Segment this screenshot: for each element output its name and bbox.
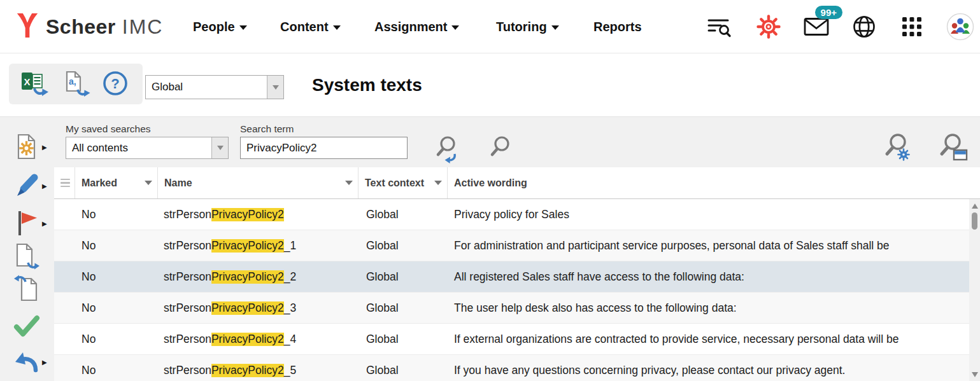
column-header-text-context[interactable]: Text context — [359, 167, 448, 198]
chevron-down-icon — [273, 85, 279, 90]
context-select[interactable]: Global — [145, 75, 284, 99]
marked-cell: No — [75, 230, 158, 261]
chevron-down-icon — [451, 25, 459, 30]
column-header-marked[interactable]: Marked — [75, 167, 158, 198]
marked-cell: No — [75, 324, 158, 354]
text-context-cell: Global — [359, 199, 448, 230]
export-page-icon[interactable] — [13, 242, 41, 270]
row-menu-header-cell[interactable] — [54, 167, 75, 198]
excel-export-icon[interactable]: X — [20, 70, 50, 100]
help-icon[interactable]: ? — [102, 70, 129, 99]
chevron-down-icon — [333, 25, 341, 30]
new-item-flyout-arrow[interactable]: ▶ — [42, 144, 47, 151]
column-header-name[interactable]: Name — [158, 167, 359, 198]
table-row[interactable]: NostrPersonPrivacyPolicy2GlobalPrivacy p… — [54, 199, 969, 230]
column-header-marked-label: Marked — [82, 177, 117, 189]
table-row[interactable]: NostrPersonPrivacyPolicy2_4GlobalIf exte… — [54, 324, 969, 355]
search-term-highlight: PrivacyPolicy2 — [211, 239, 284, 253]
search-settings-icon[interactable] — [884, 132, 913, 165]
marked-cell: No — [75, 261, 158, 292]
name-cell: strPersonPrivacyPolicy2_1 — [158, 230, 359, 261]
search-term-highlight: PrivacyPolicy2 — [211, 364, 284, 377]
text-context-cell: Global — [359, 324, 448, 354]
context-select-arrow-button[interactable] — [267, 76, 283, 99]
search-term-input[interactable] — [240, 137, 408, 159]
flag-icon[interactable] — [13, 209, 41, 237]
brand-scheer: Scheer — [46, 15, 116, 39]
scrollbar-thumb[interactable] — [972, 212, 977, 230]
name-cell: strPersonPrivacyPolicy2_4 — [158, 324, 359, 354]
messages-envelope-icon[interactable]: 99+ — [802, 0, 831, 53]
nav-tutoring[interactable]: Tutoring — [496, 0, 559, 53]
vertical-scrollbar[interactable] — [969, 199, 980, 381]
system-texts-table: Marked Name Text context Active wording … — [54, 167, 980, 381]
search-icon[interactable] — [489, 135, 513, 163]
edit-flyout-arrow[interactable]: ▶ — [42, 183, 47, 190]
search-window-icon[interactable] — [939, 132, 969, 165]
table-row[interactable]: NostrPersonPrivacyPolicy2_5GlobalIf you … — [54, 355, 969, 381]
edit-pencil-icon[interactable] — [13, 172, 41, 200]
scroll-down-button[interactable] — [969, 369, 980, 380]
filter-dropdown-icon[interactable] — [434, 181, 442, 185]
saved-searches-arrow-button[interactable] — [211, 137, 228, 158]
active-wording-cell: If external organizations are contracted… — [448, 324, 969, 354]
column-header-active-wording[interactable]: Active wording — [448, 167, 980, 198]
marked-cell: No — [75, 355, 158, 381]
name-cell: strPersonPrivacyPolicy2_3 — [158, 293, 359, 323]
apps-grid-icon[interactable] — [897, 0, 927, 53]
filter-search-icon[interactable] — [705, 0, 734, 53]
confirm-check-icon[interactable] — [13, 312, 41, 340]
text-export-icon[interactable]: a, — [62, 70, 90, 100]
filter-dropdown-icon[interactable] — [345, 181, 353, 185]
filter-dropdown-icon[interactable] — [145, 181, 152, 185]
search-term-highlight: PrivacyPolicy2 — [211, 333, 284, 346]
brand-logo[interactable]: Scheer IMC — [15, 0, 163, 53]
search-term-label: Search term — [240, 123, 294, 135]
row-drag-cell — [54, 355, 75, 381]
marked-cell: No — [75, 293, 158, 323]
import-page-icon[interactable] — [13, 274, 41, 302]
nav-reports-label: Reports — [593, 20, 642, 34]
saved-searches-label: My saved searches — [66, 123, 151, 135]
scroll-up-button[interactable] — [969, 200, 980, 211]
table-header: Marked Name Text context Active wording — [54, 167, 980, 199]
new-item-icon[interactable] — [13, 133, 41, 161]
undo-flyout-arrow[interactable]: ▶ — [42, 359, 47, 366]
flag-flyout-arrow[interactable]: ▶ — [42, 220, 47, 227]
name-cell: strPersonPrivacyPolicy2 — [158, 199, 359, 230]
settings-gear-icon[interactable] — [754, 0, 783, 53]
text-context-cell: Global — [359, 261, 448, 292]
row-drag-cell — [54, 261, 75, 292]
nav-people[interactable]: People — [193, 0, 247, 53]
profile-avatar[interactable] — [946, 0, 975, 53]
menu-icon — [60, 179, 70, 188]
page-title: System texts — [312, 54, 422, 116]
nav-reports[interactable]: Reports — [593, 0, 642, 53]
nav-content-label: Content — [280, 20, 329, 34]
text-context-cell: Global — [359, 355, 448, 381]
undo-icon[interactable] — [13, 348, 41, 376]
saved-searches-select[interactable]: All contents — [66, 137, 229, 159]
language-globe-icon[interactable] — [849, 0, 879, 53]
name-cell: strPersonPrivacyPolicy2_2 — [158, 261, 359, 292]
scheer-y-icon — [15, 11, 39, 42]
search-reset-icon[interactable] — [436, 135, 462, 167]
table-row[interactable]: NostrPersonPrivacyPolicy2_3GlobalThe use… — [54, 293, 969, 324]
search-term-highlight: PrivacyPolicy2 — [211, 270, 284, 284]
name-cell: strPersonPrivacyPolicy2_5 — [158, 355, 359, 381]
nav-assignment[interactable]: Assignment — [374, 0, 459, 53]
system-texts-screen: Scheer IMC People Content Assignment Tut… — [0, 0, 980, 381]
table-row[interactable]: NostrPersonPrivacyPolicy2_2GlobalAll reg… — [54, 261, 969, 293]
chevron-down-icon — [239, 25, 247, 30]
text-context-cell: Global — [359, 293, 448, 323]
column-header-text-context-label: Text context — [365, 177, 424, 189]
triangle-down-icon — [972, 372, 978, 377]
row-drag-cell — [54, 199, 75, 230]
saved-searches-value: All contents — [66, 142, 211, 155]
page-toolbar: X a, ? — [0, 54, 980, 116]
workspace: ▶ ▶ ▶ — [0, 116, 980, 381]
brand-imc: IMC — [122, 15, 164, 39]
text-context-cell: Global — [359, 230, 448, 261]
nav-content[interactable]: Content — [280, 0, 341, 53]
table-row[interactable]: NostrPersonPrivacyPolicy2_1GlobalFor adm… — [54, 230, 969, 261]
